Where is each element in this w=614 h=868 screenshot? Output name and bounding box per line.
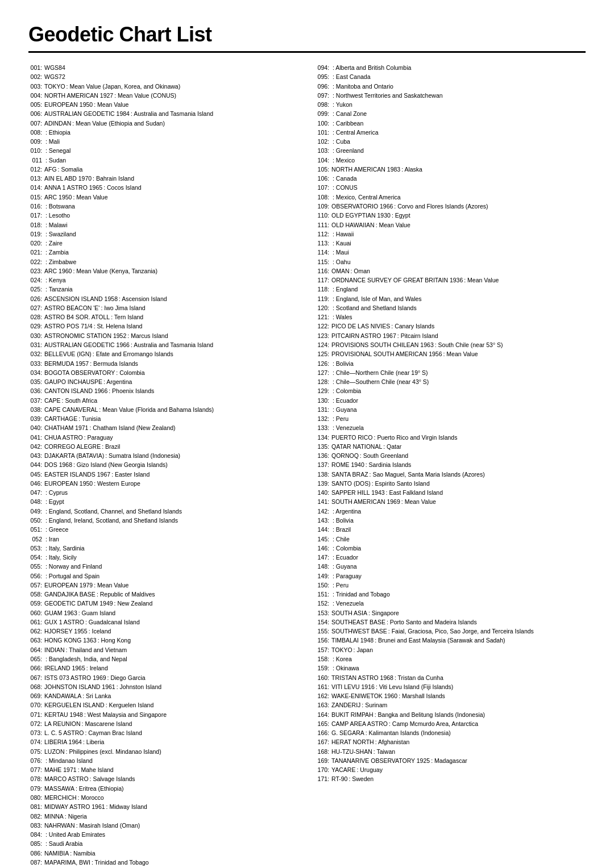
entry-number: 003:: [28, 82, 44, 91]
entry-desc: : Mexico: [331, 156, 355, 165]
list-item: 073:L. C. 5 ASTRO: Cayman Brac Island: [28, 728, 298, 737]
entry-desc: : England, Isle of Man, and Wales: [331, 294, 422, 303]
entry-number: 044:: [28, 460, 44, 469]
entry-name: ORDNANCE SURVEY OF GREAT BRITAIN 1936: [331, 276, 463, 285]
entry-number: 138:: [316, 470, 331, 479]
entry-desc: : Sudan: [44, 156, 66, 165]
list-item: 042:CORREGO ALEGRE: Brazil: [28, 442, 298, 451]
entry-desc: : Tern Island: [110, 312, 143, 322]
entry-desc: : Australia and Tasmania Island: [130, 109, 213, 118]
entry-desc: : Brazil: [331, 525, 351, 534]
entry-number: 025:: [28, 285, 44, 294]
entry-number: 085:: [28, 839, 44, 848]
entry-name: ADINDAN: [44, 119, 71, 128]
entry-number: 156:: [316, 636, 331, 645]
entry-desc: : Mindanao Island: [44, 756, 93, 765]
entry-desc: : South Africa: [61, 396, 97, 405]
list-item: 023:ARC 1960: Mean Value (Kenya, Tanzani…: [28, 266, 298, 276]
list-item: 068:JOHNSTON ISLAND 1961: Johnston Islan…: [28, 682, 298, 691]
entry-desc: : Ireland: [85, 663, 108, 673]
entry-number: 171:: [316, 774, 331, 783]
entry-desc: : Greenland: [331, 146, 364, 155]
entry-number: 030:: [28, 331, 44, 340]
entry-number: 094:: [316, 63, 331, 72]
entry-desc: : Maui: [331, 248, 349, 257]
entry-desc: : Italy, Sicily: [44, 553, 77, 562]
list-item: 051:: Greece: [28, 525, 298, 534]
list-item: 055:: Norway and Finland: [28, 562, 298, 571]
entry-number: 140:: [316, 488, 331, 497]
entry-desc: [65, 72, 67, 81]
entry-desc: : Republic of Maldives: [96, 590, 155, 599]
list-item: 156:TIMBALAI 1948: Brunei and East Malay…: [316, 636, 586, 645]
entry-number: 063:: [28, 636, 44, 645]
entry-number: 170:: [316, 765, 331, 774]
list-item: 160:TRISTAN ASTRO 1968: Tristan da Cunha: [316, 673, 586, 682]
entry-number: 019:: [28, 229, 44, 239]
entry-name: AUSTRALIAN GEODETIC 1966: [44, 340, 130, 349]
entry-name: MASSAWA: [44, 784, 74, 793]
entry-name: ASTRO B4 SOR. ATOLL: [44, 312, 110, 322]
entry-number: 102:: [316, 137, 331, 146]
entry-desc: : Venezuela: [331, 423, 364, 432]
entry-number: 014:: [28, 183, 44, 192]
list-item: 078:MARCO ASTRO: Salvage Islands: [28, 774, 298, 783]
list-item: 143:: Bolivia: [316, 516, 586, 525]
entry-number: 141:: [316, 497, 331, 506]
entry-desc: : Taiwan: [372, 747, 395, 756]
entry-desc: : Egypt: [44, 497, 64, 506]
entry-number: 149:: [316, 571, 331, 581]
list-item: 105:NORTH AMERICAN 1983: Alaska: [316, 165, 586, 174]
list-item: 074:LIBERIA 1964: Liberia: [28, 737, 298, 746]
entry-desc: : Venezuela: [331, 599, 364, 608]
list-item: 148:: Guyana: [316, 562, 586, 571]
entry-number: 017:: [28, 211, 44, 220]
entry-number: 078:: [28, 774, 44, 783]
entry-name: INDIAN: [44, 645, 65, 654]
entry-name: AUSTRALIAN GEODETIC 1984: [44, 109, 130, 118]
entry-desc: : Kerguelen Island: [105, 700, 154, 710]
entry-desc: : Scotland and Shetland Islands: [331, 303, 417, 312]
entry-number: 046:: [28, 479, 44, 488]
entry-desc: : Bangladesh, India, and Nepal: [44, 654, 127, 663]
entry-name: HERAT NORTH: [331, 737, 374, 746]
list-item: 081:MIDWAY ASTRO 1961: Midway Island: [28, 802, 298, 811]
entry-name: EUROPEAN 1950: [44, 100, 93, 109]
entry-name: CAPE: [44, 396, 61, 405]
entry-number: 133:: [316, 423, 331, 432]
entry-number: 005:: [28, 100, 44, 109]
entry-name: SOUTH AMERICAN 1969: [331, 497, 400, 506]
entry-number: 048:: [28, 497, 44, 506]
entry-desc: : Chile—Southern Chile (near 43° S): [331, 377, 429, 386]
entry-number: 029:: [28, 322, 44, 331]
entry-desc: : Zambia: [44, 248, 69, 257]
list-item: 101:: Central America: [316, 128, 586, 137]
entry-name: MIDWAY ASTRO 1961: [44, 802, 105, 811]
entry-number: 159:: [316, 663, 331, 673]
entry-number: 051:: [28, 525, 44, 534]
entry-desc: : Bermuda Islands: [89, 359, 138, 368]
list-item: 060:GUAM 1963: Guam Island: [28, 608, 298, 617]
list-item: 131:: Guyana: [316, 405, 586, 414]
entry-desc: : South Greenland: [359, 451, 408, 460]
entry-name: LA REUNION: [44, 719, 81, 728]
entry-name: NORTH AMERICAN 1927: [44, 91, 113, 100]
entry-number: 167:: [316, 737, 331, 746]
entry-number: 052: [28, 535, 44, 544]
list-item: 109:OBSERVATORIO 1966: Corvo and Flores …: [316, 202, 586, 211]
list-item: 053:: Italy, Sardinia: [28, 544, 298, 553]
list-item: 145:: Chile: [316, 535, 586, 544]
entry-number: 060:: [28, 608, 44, 617]
entry-number: 057:: [28, 581, 44, 590]
entry-number: 168:: [316, 747, 331, 756]
entry-desc: : Thailand and Vietnam: [65, 645, 127, 654]
entry-name: WGS84: [44, 63, 65, 72]
list-item: 120:: Scotland and Shetland Islands: [316, 303, 586, 312]
entry-name: PROVISIONS SOUTH CHILEAN 1963: [331, 340, 434, 349]
entry-number: 058:: [28, 590, 44, 599]
entry-number: 084:: [28, 830, 44, 839]
entry-name: HONG KONG 1363: [44, 636, 97, 645]
list-item: 097:: Northwest Territories and Saskatch…: [316, 91, 586, 100]
entry-desc: : Peru: [331, 581, 349, 590]
list-item: 063:HONG KONG 1363: Hong Kong: [28, 636, 298, 645]
